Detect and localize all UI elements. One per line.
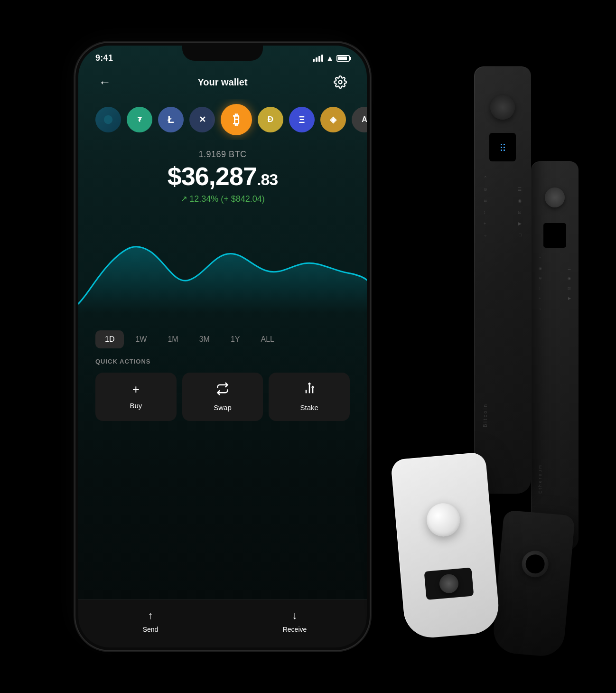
signal-bar-1 <box>313 59 315 62</box>
coin-bnb[interactable]: ◈ <box>320 107 346 132</box>
battery-icon <box>336 55 350 62</box>
receive-label: Receive <box>283 626 307 633</box>
swap-button[interactable]: Swap <box>182 373 263 421</box>
hw1-label: Bitcoin <box>483 403 488 427</box>
hw1-screen <box>489 133 516 161</box>
hw2-menu-row2: ◉☰ <box>539 266 571 271</box>
hw1-menu-row1: ⌃ <box>484 176 522 180</box>
phone-device: 9:41 ▲ ← Your wallet <box>75 43 370 650</box>
hw4-button <box>521 550 550 579</box>
status-icons: ▲ <box>313 54 350 63</box>
usd-cents: .83 <box>257 170 278 188</box>
hw4-btn-inner <box>525 553 545 574</box>
hw2-button <box>545 187 565 207</box>
sd1 <box>501 144 502 145</box>
hw1-menu-row4: ↕⊡ <box>484 210 522 215</box>
change-arrow: ↗ <box>180 194 187 204</box>
send-icon: ↑ <box>148 609 153 622</box>
sd2 <box>504 144 505 145</box>
hw2-menu-row3: ≋◉ <box>539 276 571 281</box>
coin-ethereum[interactable]: Ξ <box>289 107 315 132</box>
quick-actions-label: QUICK ACTIONS <box>78 358 367 373</box>
sd4 <box>504 147 505 148</box>
hw2-menu-row4: ↕⊡ <box>539 286 571 290</box>
coin-algorand[interactable]: A <box>352 107 367 132</box>
coin-litecoin[interactable]: Ł <box>158 107 184 132</box>
btc-balance: 1.9169 BTC <box>95 150 350 159</box>
status-time: 9:41 <box>95 53 113 63</box>
hw2-menu-row1: ⌃ <box>539 256 571 261</box>
hw2-menu-row6: ⌄ <box>539 306 571 310</box>
hw1-button <box>490 95 515 120</box>
hw1-menu-row5: +▶ <box>484 221 522 226</box>
price-change: ↗ 12.34% (+ $842.04) <box>95 194 350 204</box>
hardware-wallet-1: ⌃ ⊙☰ ≋◉ ↕⊡ +▶ ⌄□ Bitcoin <box>474 66 531 494</box>
change-text: 12.34% (+ $842.04) <box>189 194 265 204</box>
hw3-connector <box>424 567 474 599</box>
usd-balance: $36,287.83 <box>95 163 350 189</box>
crypto-selector: ₮ Ł ✕ ₿ Ð Ξ ◈ A <box>78 99 367 140</box>
hw3-button <box>425 502 461 538</box>
signal-bar-3 <box>318 56 320 62</box>
receive-icon: ↓ <box>292 609 298 622</box>
phone-notch <box>182 43 263 61</box>
sd3 <box>501 147 502 148</box>
coin-tether[interactable]: ₮ <box>127 107 152 132</box>
back-button[interactable]: ← <box>95 73 114 92</box>
send-label: Send <box>143 626 159 633</box>
coin-partial[interactable] <box>95 107 121 132</box>
hw2-label: Ethereum <box>538 464 542 494</box>
hardware-wallet-2: ⌃ ◉☰ ≋◉ ↕⊡ +▶ ⌄ Ethereum <box>531 161 579 551</box>
send-nav[interactable]: ↑ Send <box>78 609 223 633</box>
sd5 <box>501 150 502 151</box>
time-1w[interactable]: 1W <box>126 330 156 348</box>
hw3-usb-btn <box>439 573 459 594</box>
app-header: ← Your wallet <box>78 63 367 99</box>
buy-icon: + <box>132 382 140 397</box>
svg-point-0 <box>339 81 342 84</box>
buy-label: Buy <box>130 402 142 410</box>
actions-row: + Buy Swap <box>78 373 367 431</box>
time-selector: 1D 1W 1M 3M 1Y ALL <box>78 323 367 358</box>
sd6 <box>504 150 505 151</box>
time-1m[interactable]: 1M <box>158 330 187 348</box>
hardware-wallet-nano <box>492 510 575 658</box>
time-1y[interactable]: 1Y <box>221 330 250 348</box>
coin-bitcoin-active[interactable]: ₿ <box>221 104 252 135</box>
scene: 9:41 ▲ ← Your wallet <box>47 19 569 674</box>
battery-fill <box>338 56 347 60</box>
hardware-wallet-white <box>391 452 501 640</box>
stake-button[interactable]: Stake <box>269 373 350 421</box>
price-chart <box>78 218 367 313</box>
hw2-menu-row5: +▶ <box>539 296 571 300</box>
balance-section: 1.9169 BTC $36,287.83 ↗ 12.34% (+ $842.0… <box>78 140 367 209</box>
header-title: Your wallet <box>197 77 247 88</box>
time-3m[interactable]: 3M <box>190 330 219 348</box>
signal-icon <box>313 55 323 62</box>
buy-button[interactable]: + Buy <box>95 373 177 421</box>
svg-point-1 <box>104 115 112 124</box>
chart-area <box>78 209 367 323</box>
signal-bar-2 <box>316 57 317 62</box>
wifi-icon: ▲ <box>326 54 334 63</box>
hw2-screen <box>543 223 566 248</box>
phone-screen: 9:41 ▲ ← Your wallet <box>78 46 367 647</box>
usd-main: $36,287 <box>168 162 257 190</box>
hw1-menu-row3: ≋◉ <box>484 198 522 203</box>
bottom-nav: ↑ Send ↓ Receive <box>78 599 367 647</box>
signal-bar-4 <box>321 55 323 62</box>
stake-label: Stake <box>300 403 318 412</box>
time-all[interactable]: ALL <box>252 330 284 348</box>
settings-button[interactable] <box>331 73 350 92</box>
hw1-menu-row6: ⌄□ <box>484 233 522 237</box>
time-1d[interactable]: 1D <box>95 330 124 348</box>
hw1-menu-row2: ⊙☰ <box>484 187 522 192</box>
receive-nav[interactable]: ↓ Receive <box>223 609 367 633</box>
stake-icon <box>303 382 316 399</box>
coin-ripple[interactable]: ✕ <box>189 107 215 132</box>
swap-label: Swap <box>214 403 232 412</box>
swap-icon <box>216 382 229 399</box>
hw1-screen-content <box>499 142 507 153</box>
coin-dogecoin[interactable]: Ð <box>258 107 283 132</box>
